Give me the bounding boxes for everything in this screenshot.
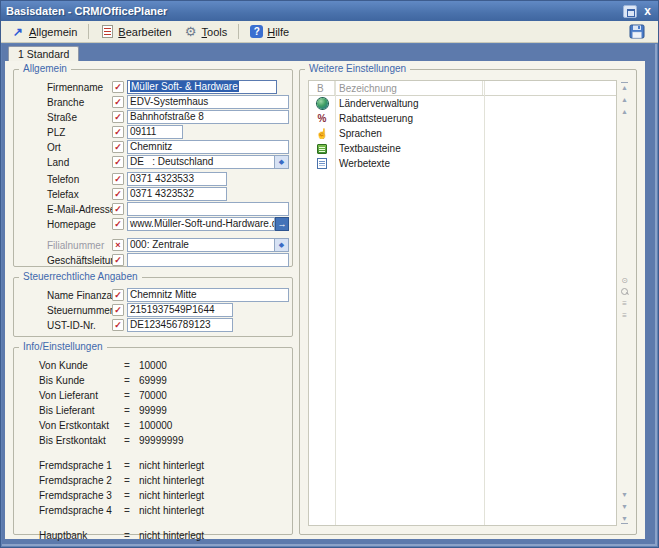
scroll-first-icon[interactable]: ▲ <box>621 82 628 92</box>
scroll-down-icon[interactable]: ▼ <box>621 502 628 511</box>
menu-bearbeiten[interactable]: Bearbeiten <box>96 23 175 41</box>
edit-check-icon[interactable]: ✓ <box>112 173 124 185</box>
chevron-down-icon[interactable] <box>275 238 289 252</box>
branche-input[interactable]: EDV-Systemhaus <box>127 95 289 109</box>
list-item-rabattsteuerung[interactable]: Rabattsteuerung <box>309 111 616 126</box>
pin-icon[interactable] <box>621 276 628 285</box>
info-value: nicht hinterlegt <box>139 530 204 541</box>
info-row: Fremdsprache 1 = nicht hinterlegt <box>14 458 292 473</box>
edit-check-icon[interactable]: ✓ <box>112 218 124 230</box>
finanzamt-input[interactable]: Chemnitz Mitte <box>127 288 289 302</box>
info-value: 70000 <box>139 390 167 401</box>
list-item-sprachen[interactable]: Sprachen <box>309 126 616 141</box>
arrow-up-right-icon <box>11 25 25 39</box>
filialnummer-combobox[interactable]: 000: Zentrale <box>127 238 275 252</box>
settings-list: B Bezeichnung Länderverwaltung Rabattste… <box>308 80 617 526</box>
tab-standard[interactable]: 1 Standard <box>8 46 79 61</box>
info-row: Von Kunde = 10000 <box>14 358 292 373</box>
info-value: nicht hinterlegt <box>139 490 204 501</box>
list-item-textbausteine[interactable]: Textbausteine <box>309 141 616 156</box>
steuernummer-input[interactable]: 2151937549P1644 <box>127 303 233 317</box>
scroll-up-icon[interactable]: ▲ <box>621 95 628 104</box>
field-telefon: Telefon ✓ 0371 4323533 <box>14 172 292 187</box>
info-value: nicht hinterlegt <box>139 475 204 486</box>
chevron-down-icon[interactable] <box>275 155 289 169</box>
close-icon[interactable]: x <box>642 5 653 17</box>
menu-separator <box>238 24 239 39</box>
info-row: Fremdsprache 3 = nicht hinterlegt <box>14 488 292 503</box>
ort-input[interactable]: Chemnitz <box>127 140 289 154</box>
sort-desc-icon[interactable] <box>622 311 627 320</box>
scroll-last-icon[interactable]: ▼ <box>621 514 628 524</box>
menu-tools[interactable]: Tools <box>180 23 232 41</box>
info-row: Fremdsprache 4 = nicht hinterlegt <box>14 503 292 518</box>
info-value: 99999 <box>139 405 167 416</box>
field-branche: Branche ✓ EDV-Systemhaus <box>14 95 292 110</box>
field-telefax: Telefax ✓ 0371 4323532 <box>14 187 292 202</box>
land-combobox[interactable]: DE : Deutschland <box>127 155 275 169</box>
ustid-input[interactable]: DE123456789123 <box>127 318 233 332</box>
info-value: nicht hinterlegt <box>139 460 204 471</box>
column-header-bezeichnung[interactable]: Bezeichnung <box>335 81 483 95</box>
group-title: Info/Einstellungen <box>19 341 107 352</box>
strasse-input[interactable]: Bahnhofstraße 8 <box>127 110 289 124</box>
info-row: Bis Kunde = 69999 <box>14 373 292 388</box>
search-icon[interactable] <box>621 288 629 296</box>
telefon-input[interactable]: 0371 4323533 <box>127 172 227 186</box>
field-steuernummer: Steuernummer ✓ 2151937549P1644 <box>14 303 292 318</box>
edit-check-icon[interactable]: ✓ <box>112 96 124 108</box>
column-header-b[interactable]: B <box>309 81 335 95</box>
group-allgemein: Allgemein Firmenname ✓ Müller Soft- & Ha… <box>13 69 293 267</box>
edit-check-icon[interactable]: ✓ <box>112 203 124 215</box>
hand-sign-icon <box>317 128 328 139</box>
group-title: Steuerrechtliche Angaben <box>19 271 142 282</box>
edit-check-icon[interactable]: ✓ <box>112 188 124 200</box>
edit-check-icon[interactable]: ✓ <box>112 111 124 123</box>
info-row: Von Lieferant = 70000 <box>14 388 292 403</box>
email-input[interactable] <box>127 202 289 216</box>
edit-check-icon[interactable]: ✓ <box>112 319 124 331</box>
plz-input[interactable]: 09111 <box>127 125 183 139</box>
list-item-werbetexte[interactable]: Werbetexte <box>309 156 616 171</box>
edit-cross-icon[interactable]: × <box>112 239 124 251</box>
open-url-icon[interactable] <box>275 217 289 231</box>
scroll-pagedown-icon[interactable]: ▼ <box>621 490 628 499</box>
tab-strip: 1 Standard <box>2 44 657 61</box>
edit-check-icon[interactable]: ✓ <box>112 156 124 168</box>
field-homepage: Homepage ✓ www.Müller-Soft-und-Hardware.… <box>14 217 292 232</box>
info-value: 10000 <box>139 360 167 371</box>
edit-check-icon[interactable]: ✓ <box>112 126 124 138</box>
save-button[interactable] <box>628 23 646 40</box>
menu-hilfe[interactable]: Hilfe <box>246 23 293 40</box>
firmenname-input[interactable]: Müller Soft- & Hardware <box>127 80 277 94</box>
field-firmenname: Firmenname ✓ Müller Soft- & Hardware <box>14 80 292 95</box>
info-value: 100000 <box>139 420 172 431</box>
field-land: Land ✓ DE : Deutschland <box>14 155 292 170</box>
field-filialnummer: Filialnummer × 000: Zentrale <box>14 238 292 253</box>
menu-label: Allgemein <box>29 26 77 38</box>
info-row: Fremdsprache 2 = nicht hinterlegt <box>14 473 292 488</box>
telefax-input[interactable]: 0371 4323532 <box>127 187 227 201</box>
field-ustid: UST-ID-Nr. ✓ DE123456789123 <box>14 318 292 333</box>
field-geschaeftsleitung: Geschäftsleitung ✓ <box>14 253 292 268</box>
text-blocks-icon <box>317 144 327 154</box>
sort-asc-icon[interactable] <box>622 299 627 308</box>
restore-window-icon[interactable] <box>623 5 637 18</box>
scroll-pageup-icon[interactable]: ▲ <box>621 107 628 116</box>
edit-check-icon[interactable]: ✓ <box>112 81 124 93</box>
info-value: 99999999 <box>139 435 184 446</box>
titlebar: Basisdaten - CRM/OfficePlaner x <box>1 1 658 21</box>
window-title: Basisdaten - CRM/OfficePlaner <box>6 5 167 17</box>
edit-check-icon[interactable]: ✓ <box>112 289 124 301</box>
edit-check-icon[interactable]: ✓ <box>112 254 124 266</box>
field-strasse: Straße ✓ Bahnhofstraße 8 <box>14 110 292 125</box>
edit-check-icon[interactable]: ✓ <box>112 304 124 316</box>
homepage-input[interactable]: www.Müller-Soft-und-Hardware.de <box>127 217 275 231</box>
menu-allgemein[interactable]: Allgemein <box>7 23 81 41</box>
field-ort: Ort ✓ Chemnitz <box>14 140 292 155</box>
edit-check-icon[interactable]: ✓ <box>112 141 124 153</box>
field-plz: PLZ ✓ 09111 <box>14 125 292 140</box>
app-window: Basisdaten - CRM/OfficePlaner x Allgemei… <box>0 0 659 548</box>
geschaeftsleitung-input[interactable] <box>127 253 289 267</box>
list-item-laenderverwaltung[interactable]: Länderverwaltung <box>309 96 616 111</box>
